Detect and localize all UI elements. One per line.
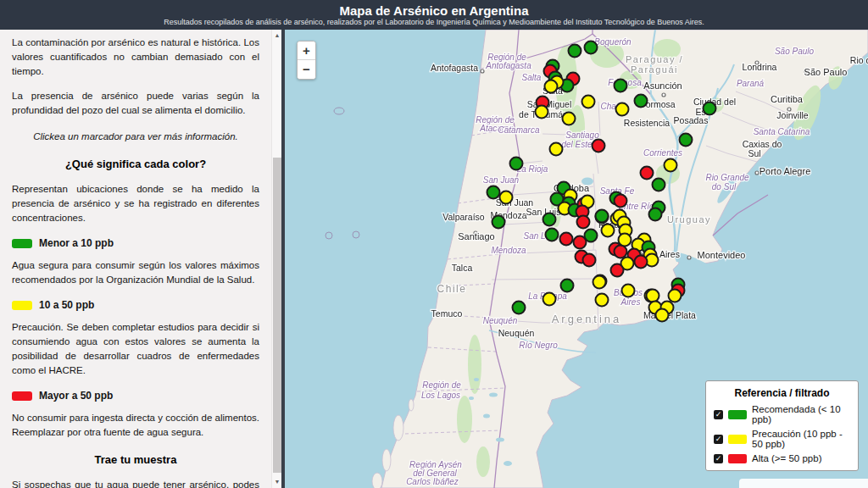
- map-label-city: Londrina: [743, 62, 777, 72]
- marker-high[interactable]: [641, 167, 654, 180]
- marker-caution[interactable]: [563, 113, 576, 125]
- city-dot: [481, 69, 484, 73]
- legend-swatch: [728, 435, 747, 444]
- marker-recommended[interactable]: [513, 302, 526, 314]
- page-title: Mapa de Arsénico en Argentina: [339, 3, 528, 18]
- map-label-region: Los Lagos: [421, 391, 460, 400]
- marker-high[interactable]: [635, 256, 648, 269]
- marker-high[interactable]: [577, 216, 590, 229]
- marker-high[interactable]: [560, 233, 573, 246]
- marker-caution[interactable]: [596, 294, 609, 307]
- marker-caution[interactable]: [602, 225, 615, 237]
- map-label-city: Valparaíso: [442, 212, 485, 222]
- map-label-region: Rio Grande: [705, 173, 749, 182]
- marker-high[interactable]: [611, 264, 624, 277]
- marker-caution[interactable]: [550, 143, 563, 156]
- level-swatch: [12, 391, 32, 401]
- map-label-city: São Paulo: [804, 67, 848, 77]
- city-dot: [662, 93, 665, 97]
- marker-recommended[interactable]: [561, 280, 574, 292]
- marker-recommended[interactable]: [487, 186, 500, 199]
- marker-recommended[interactable]: [585, 42, 598, 54]
- marker-recommended[interactable]: [569, 45, 581, 58]
- legend-row: ✓Recomendada (< 10 ppb): [714, 404, 850, 424]
- marker-recommended[interactable]: [704, 103, 716, 115]
- level-label: Menor a 10 ppb: [39, 236, 114, 251]
- level-row: Menor a 10 ppb: [12, 236, 259, 251]
- marker-caution[interactable]: [647, 290, 659, 302]
- map-label-city: Joinville: [776, 110, 809, 120]
- map-legend: Referencia / filtrado ✓Recomendada (< 10…: [705, 380, 859, 471]
- map-label-region: Mendoza: [491, 246, 526, 255]
- color-levels-list: Menor a 10 ppbAgua segura para consumir …: [12, 236, 259, 440]
- level-description: Agua segura para consumir según los valo…: [12, 258, 259, 287]
- map-label-region: Santiago: [565, 130, 599, 140]
- map-label-country: Argentina: [552, 313, 622, 325]
- map-canvas[interactable]: AntofagastaSaltaSan Miguelde TucumánResi…: [281, 30, 868, 488]
- legend-title: Referencia / filtrado: [714, 387, 850, 399]
- map-label-region: São Paulo: [775, 47, 815, 56]
- marker-high[interactable]: [615, 195, 627, 208]
- map-label-region: Carlos Ibáñez: [406, 477, 459, 486]
- marker-recommended[interactable]: [510, 158, 523, 170]
- map-label-city: Rio de: [850, 55, 868, 65]
- marker-recommended[interactable]: [615, 80, 627, 92]
- marker-caution[interactable]: [619, 234, 632, 247]
- marker-recommended[interactable]: [649, 208, 662, 221]
- legend-checkbox[interactable]: ✓: [714, 454, 723, 463]
- scrollbar-up-arrow-icon[interactable]: ▲: [272, 30, 281, 42]
- marker-caution[interactable]: [669, 290, 682, 302]
- map-label-country: Chile: [437, 283, 467, 295]
- legend-swatch: [728, 410, 747, 419]
- map-label-country: Paraguái: [631, 64, 678, 75]
- marker-high[interactable]: [593, 140, 605, 152]
- marker-high[interactable]: [574, 236, 587, 249]
- marker-recommended[interactable]: [492, 216, 505, 229]
- sidebar: La contaminación por arsénico es natural…: [0, 30, 281, 488]
- marker-recommended[interactable]: [543, 214, 556, 226]
- map-label-region: Aires: [620, 297, 641, 307]
- marker-caution[interactable]: [616, 103, 629, 116]
- map-label-region: Región de: [422, 380, 461, 390]
- legend-checkbox[interactable]: ✓: [714, 410, 723, 419]
- marker-high[interactable]: [615, 246, 627, 258]
- marker-recommended[interactable]: [653, 179, 665, 191]
- marker-caution[interactable]: [543, 293, 556, 306]
- marker-recommended[interactable]: [546, 229, 559, 241]
- marker-caution[interactable]: [536, 106, 548, 119]
- legend-label: Recomendada (< 10 ppb): [752, 404, 850, 424]
- map-label-region: Corrientes: [643, 148, 682, 158]
- legend-row: ✓Alta (>= 50 ppb): [714, 453, 850, 463]
- legend-label: Precaución (10 ppb - 50 ppb): [752, 429, 850, 449]
- marker-recommended[interactable]: [635, 95, 648, 108]
- map-label-city: Resistencia: [624, 118, 670, 128]
- map-label-region: do Sul: [712, 182, 737, 191]
- marker-caution[interactable]: [593, 276, 606, 289]
- map-label-city: Curitiba: [771, 94, 804, 104]
- marker-caution[interactable]: [500, 191, 513, 204]
- map-label-country: Uruguay: [667, 214, 711, 225]
- marker-caution[interactable]: [665, 159, 677, 172]
- marker-high[interactable]: [583, 254, 596, 267]
- marker-caution[interactable]: [622, 285, 635, 297]
- map-label-city: Antofagasta: [431, 63, 478, 73]
- map-label-region: Boquerón: [594, 37, 632, 47]
- map-label-region: Santa Catarina: [754, 127, 810, 136]
- legend-swatch: [728, 454, 747, 463]
- level-label: Mayor a 50 ppb: [39, 389, 113, 403]
- level-swatch: [12, 239, 32, 248]
- scrollbar-down-arrow-icon[interactable]: ▼: [272, 476, 281, 488]
- map-label-city: Neuquén: [498, 328, 535, 338]
- marker-caution[interactable]: [582, 96, 595, 108]
- marker-recommended[interactable]: [680, 134, 693, 147]
- map-label-city: Temuco: [431, 308, 463, 319]
- sidebar-scrollbar[interactable]: ▲ ▼: [271, 30, 281, 488]
- marker-recommended[interactable]: [596, 210, 609, 223]
- scrollbar-thumb[interactable]: [273, 158, 281, 473]
- legend-checkbox[interactable]: ✓: [714, 435, 723, 444]
- zoom-out-button[interactable]: −: [298, 60, 315, 79]
- marker-caution[interactable]: [545, 80, 558, 93]
- zoom-in-button[interactable]: +: [298, 42, 315, 60]
- marker-caution[interactable]: [656, 309, 669, 322]
- level-description: No consumir para ingesta directa y cocci…: [12, 411, 259, 440]
